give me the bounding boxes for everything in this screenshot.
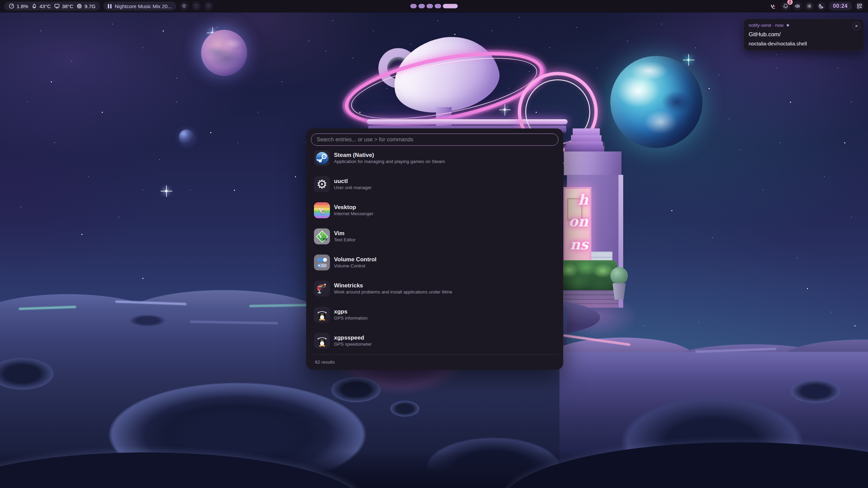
flame-icon xyxy=(31,3,37,9)
lunar-crater xyxy=(790,380,841,403)
notification-header: notify-send · now xyxy=(749,23,859,28)
launcher-item-xgps[interactable]: xgps GPS information xyxy=(314,307,558,323)
item-description: Volume Control xyxy=(334,264,376,268)
launcher-item-vim[interactable]: Vim Vim Text Editor xyxy=(314,228,558,244)
pause-icon xyxy=(108,4,112,8)
display-icon xyxy=(54,3,60,9)
cafe-neon-sign-text: ns xyxy=(570,236,588,253)
small-planet-illustration xyxy=(179,129,194,144)
close-icon[interactable]: ✕ xyxy=(852,22,861,30)
cpu-usage-value: 1.8% xyxy=(17,3,28,9)
item-description: Internet Messenger xyxy=(334,211,373,216)
item-description: Work around problems and install applica… xyxy=(334,290,452,294)
launcher-item-steam-native-[interactable]: Steam (Native) Application for managing … xyxy=(314,150,558,166)
heart-icon: ♡ xyxy=(206,4,211,9)
dashboard-button[interactable] xyxy=(855,2,864,11)
item-title: Volume Control xyxy=(334,257,376,262)
cafe-hedge xyxy=(560,260,617,293)
clock-time: 00:24 xyxy=(833,3,848,9)
launcher-results-list: Steam (Native) Application for managing … xyxy=(306,150,563,349)
notification-body-line2: noctalia-dev/noctalia.shell xyxy=(749,41,859,46)
heart-icon: ♡ xyxy=(194,4,198,9)
notification-body-line1: GitHub.com/ xyxy=(749,31,859,38)
tux-app-icon xyxy=(314,307,330,323)
search-input[interactable] xyxy=(311,134,558,146)
heart-button[interactable]: ♡ xyxy=(192,2,201,11)
cafe-window: h on ns xyxy=(564,187,591,262)
sun-icon xyxy=(806,3,812,9)
bar-right-modules: V C 2 xyxy=(768,2,864,11)
lunar-crater xyxy=(129,314,166,327)
bright-star xyxy=(687,59,690,61)
cpu-usage-stat: 1.8% xyxy=(8,3,28,9)
cafe-roof-tier xyxy=(571,135,601,142)
cafe-bush xyxy=(610,267,628,285)
steam-app-icon xyxy=(314,150,330,166)
volume-toggles-app-icon xyxy=(314,255,330,270)
volume-button[interactable] xyxy=(793,2,802,11)
top-bar: 1.8% 43°C 38°C xyxy=(0,0,868,12)
tray-letter-c: C xyxy=(772,5,775,10)
media-player-pill[interactable]: Nightcore Music Mix 20... xyxy=(103,2,176,11)
brightness-button[interactable] xyxy=(805,2,814,11)
bright-star xyxy=(504,108,506,111)
lunar-crater xyxy=(331,377,381,403)
system-stats-pill: 1.8% 43°C 38°C xyxy=(4,2,100,11)
launcher-item-uuctl[interactable]: ⚙ uuctl User unit manager xyxy=(314,176,558,192)
cafe-neon-sign-text: on xyxy=(568,213,588,230)
chip-icon xyxy=(76,3,82,9)
workspace-indicator xyxy=(408,2,460,10)
desktop-screen: h on ns xyxy=(0,0,868,488)
cafe-neon-sign-text: h xyxy=(578,191,588,208)
workspace-pill-1[interactable] xyxy=(410,4,417,8)
cafe-roof-tier xyxy=(573,128,600,135)
skull-button[interactable] xyxy=(180,2,189,11)
item-title: Vesktop xyxy=(334,204,373,210)
bar-left-modules: 1.8% 43°C 38°C xyxy=(4,2,213,11)
night-light-button[interactable] xyxy=(817,2,826,11)
cafe-cornice xyxy=(564,151,622,175)
speaker-icon xyxy=(794,3,801,9)
item-description: GPS speedometer xyxy=(334,342,372,347)
winetricks-app-icon xyxy=(314,281,330,297)
launcher-item-volume-control[interactable]: Volume Control Volume Control xyxy=(314,255,558,270)
skull-icon xyxy=(181,3,187,9)
item-title: uuctl xyxy=(334,178,372,184)
lunar-crater xyxy=(390,401,420,417)
item-description: GPS information xyxy=(334,316,368,321)
memory-stat: 9.7G xyxy=(76,3,96,9)
workspace-pill-5[interactable] xyxy=(443,4,458,8)
pink-planet-illustration xyxy=(201,30,247,76)
notification-app-name: notify-send · now xyxy=(749,23,784,28)
workspaces xyxy=(408,2,460,10)
launcher-item-vesktop[interactable]: VC Vesktop Internet Messenger xyxy=(314,202,558,218)
gauge-icon xyxy=(8,3,15,9)
item-title: Vim xyxy=(334,230,356,236)
item-title: xgpsspeed xyxy=(334,335,372,341)
media-title: Nightcore Music Mix 20... xyxy=(115,3,172,9)
workspace-pill-3[interactable] xyxy=(427,4,433,8)
clock-widget[interactable]: 00:24 xyxy=(829,2,852,11)
heart-button[interactable]: ♡ xyxy=(204,2,213,11)
launcher-item-xgpsspeed[interactable]: xgpsspeed GPS speedometer xyxy=(314,333,558,349)
cpu-temp-stat: 43°C xyxy=(31,3,51,9)
workspace-pill-4[interactable] xyxy=(435,4,441,8)
vesktop-tray-icon[interactable]: V C xyxy=(768,2,778,10)
tux-app-icon xyxy=(314,333,330,349)
cafe-roof-tier xyxy=(566,142,603,146)
item-title: Steam (Native) xyxy=(334,152,445,158)
notification-count-badge: 2 xyxy=(787,0,793,5)
launcher-item-winetricks[interactable]: Winetricks Work around problems and inst… xyxy=(314,281,558,297)
cafe-roof-tier xyxy=(565,146,604,151)
item-description: Text Editor xyxy=(334,238,356,242)
app-launcher-panel: Steam (Native) Application for managing … xyxy=(306,128,563,370)
gpu-temp-stat: 38°C xyxy=(54,3,74,9)
item-title: xgps xyxy=(334,309,368,314)
item-title: Winetricks xyxy=(334,283,452,288)
workspace-pill-2[interactable] xyxy=(418,4,425,8)
gpu-temp-value: 38°C xyxy=(62,3,74,9)
bright-star xyxy=(165,190,167,192)
notifications-button[interactable]: 2 xyxy=(781,2,790,11)
vim-app-icon: Vim xyxy=(314,228,330,244)
unread-dot xyxy=(787,24,789,26)
